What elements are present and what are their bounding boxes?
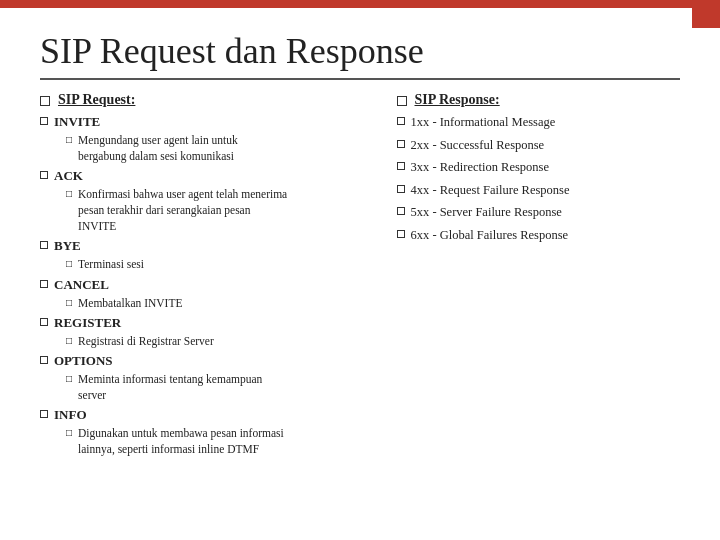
register-bullet	[40, 318, 48, 326]
item-cancel: CANCEL □ Membatalkan INVITE	[40, 277, 387, 311]
cancel-sub: Membatalkan INVITE	[78, 295, 182, 311]
response-5xx: 5xx - Server Failure Response	[397, 204, 681, 222]
item-info: INFO □ Digunakan untuk membawa pesan inf…	[40, 407, 387, 457]
r3-text: 3xx - Redirection Response	[411, 159, 550, 177]
r5-text: 5xx - Server Failure Response	[411, 204, 562, 222]
red-square-corner	[692, 0, 720, 28]
left-section-heading: SIP Request:	[58, 92, 135, 108]
right-items-list: 1xx - Informational Message 2xx - Succes…	[397, 114, 681, 244]
left-column: SIP Request: INVITE □ Mengundang user ag…	[40, 92, 387, 461]
register-label: REGISTER	[54, 315, 121, 331]
register-sub: Registrasi di Registrar Server	[78, 333, 214, 349]
r2-bullet	[397, 140, 405, 148]
info-bullet	[40, 410, 48, 418]
r6-text: 6xx - Global Failures Response	[411, 227, 569, 245]
r4-bullet	[397, 185, 405, 193]
r2-text: 2xx - Successful Response	[411, 137, 545, 155]
cancel-label: CANCEL	[54, 277, 109, 293]
right-section-heading: SIP Response:	[415, 92, 500, 108]
options-bullet	[40, 356, 48, 364]
cancel-bullet	[40, 280, 48, 288]
slide-title: SIP Request dan Response	[40, 30, 680, 80]
r6-bullet	[397, 230, 405, 238]
right-column: SIP Response: 1xx - Informational Messag…	[397, 92, 681, 461]
r4-text: 4xx - Request Failure Response	[411, 182, 570, 200]
item-register: REGISTER □ Registrasi di Registrar Serve…	[40, 315, 387, 349]
response-2xx: 2xx - Successful Response	[397, 137, 681, 155]
r3-bullet	[397, 162, 405, 170]
ack-label: ACK	[54, 168, 83, 184]
bye-sub: Terminasi sesi	[78, 256, 144, 272]
info-sub: Digunakan untuk membawa pesan informasi …	[78, 425, 288, 457]
options-sub: Meminta informasi tentang kemampuan serv…	[78, 371, 288, 403]
left-bullet-icon	[40, 96, 50, 106]
invite-label: INVITE	[54, 114, 100, 130]
response-1xx: 1xx - Informational Message	[397, 114, 681, 132]
options-label: OPTIONS	[54, 353, 113, 369]
r5-bullet	[397, 207, 405, 215]
bye-bullet	[40, 241, 48, 249]
slide: SIP Request dan Response SIP Request: IN…	[0, 0, 720, 540]
item-bye: BYE □ Terminasi sesi	[40, 238, 387, 272]
left-items-list: INVITE □ Mengundang user agent lain untu…	[40, 114, 387, 457]
item-options: OPTIONS □ Meminta informasi tentang kema…	[40, 353, 387, 403]
red-bar-top	[0, 0, 720, 8]
item-ack: ACK □ Konfirmasi bahwa user agent telah …	[40, 168, 387, 234]
response-6xx: 6xx - Global Failures Response	[397, 227, 681, 245]
right-bullet-icon	[397, 96, 407, 106]
invite-bullet	[40, 117, 48, 125]
info-label: INFO	[54, 407, 87, 423]
item-invite: INVITE □ Mengundang user agent lain untu…	[40, 114, 387, 164]
r1-bullet	[397, 117, 405, 125]
response-3xx: 3xx - Redirection Response	[397, 159, 681, 177]
r1-text: 1xx - Informational Message	[411, 114, 556, 132]
invite-sub: Mengundang user agent lain untuk bergabu…	[78, 132, 288, 164]
bye-label: BYE	[54, 238, 81, 254]
response-4xx: 4xx - Request Failure Response	[397, 182, 681, 200]
ack-sub: Konfirmasi bahwa user agent telah meneri…	[78, 186, 288, 234]
ack-bullet	[40, 171, 48, 179]
